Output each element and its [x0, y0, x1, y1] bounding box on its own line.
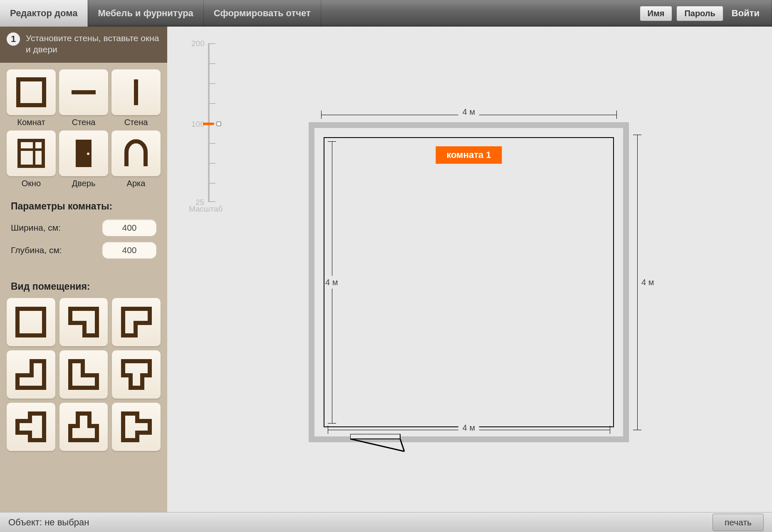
shape-t-left[interactable]	[7, 403, 55, 451]
shape-l-br[interactable]	[7, 350, 55, 399]
password-button[interactable]: Пароль	[676, 6, 723, 21]
tab-home-editor[interactable]: Редактор дома	[0, 0, 88, 27]
dimension-cap	[633, 430, 641, 430]
tool-label: Окно	[7, 179, 56, 188]
top-menu-bar: Редактор дома Мебель и фурнитура Сформир…	[0, 0, 772, 27]
step-header: 1 Установите стены, вставьте окна и двер…	[0, 27, 167, 63]
step-number-badge: 1	[7, 32, 20, 46]
zoom-handle[interactable]	[216, 121, 221, 126]
zoom-tick	[208, 163, 215, 164]
tab-furniture[interactable]: Мебель и фурнитура	[88, 0, 203, 27]
tool-wall-vertical[interactable]: Стена	[111, 69, 161, 127]
dimension-bottom: 4 м	[458, 423, 479, 433]
width-input[interactable]	[102, 219, 156, 236]
shape-t-icon	[13, 409, 48, 444]
shape-t-icon	[119, 409, 154, 444]
tool-arch[interactable]: Арка	[111, 131, 161, 188]
dimension-cap	[633, 135, 641, 135]
zoom-slider[interactable]: 200 100 25 Масштаб	[191, 38, 216, 221]
tool-label: Стена	[111, 118, 161, 127]
room-icon	[15, 76, 47, 108]
tool-label: Стена	[59, 118, 108, 127]
zoom-tick	[208, 43, 215, 44]
zoom-tick	[208, 183, 215, 184]
shape-t-down[interactable]	[59, 403, 108, 451]
zoom-tick	[208, 83, 215, 84]
floorplan[interactable]: комната 1 4 м 4 м 4 м 4 м	[309, 122, 629, 442]
sidebar: 1 Установите стены, вставьте окна и двер…	[0, 27, 167, 512]
dimension-cap	[328, 141, 336, 142]
shape-t-icon	[66, 409, 101, 444]
shape-t-up[interactable]	[112, 350, 161, 399]
shape-l-tr[interactable]	[59, 298, 108, 346]
dimension-line	[637, 135, 638, 430]
shape-t-icon	[119, 357, 154, 392]
dimension-right: 4 м	[641, 276, 654, 289]
width-label: Ширина, см:	[11, 223, 102, 233]
dimension-cap	[328, 423, 336, 424]
dimension-cap	[328, 426, 328, 434]
shape-l-icon	[66, 305, 101, 340]
body: 1 Установите стены, вставьте окна и двер…	[0, 27, 772, 512]
dimension-top: 4 м	[458, 107, 479, 117]
zoom-tick	[208, 103, 215, 104]
shapes-title: Вид помещения:	[4, 274, 163, 298]
tab-label: Мебель и фурнитура	[98, 8, 193, 19]
zoom-track	[208, 43, 210, 201]
params-title: Параметры комнаты:	[11, 201, 156, 212]
shape-square-icon	[13, 305, 48, 340]
tool-wall-horizontal[interactable]: Стена	[59, 69, 108, 127]
door-icon	[67, 137, 100, 170]
name-button[interactable]: Имя	[640, 6, 673, 21]
window-icon	[15, 137, 47, 170]
step-instructions: Установите стены, вставьте окна и двери	[26, 32, 161, 55]
door-swing-icon	[350, 434, 417, 455]
shape-l-bl[interactable]	[59, 350, 108, 399]
zoom-tick	[208, 201, 215, 202]
shape-square[interactable]	[7, 298, 55, 346]
svg-rect-8	[350, 434, 400, 439]
room-shape-panel: Вид помещения:	[4, 274, 163, 453]
zoom-caption: Масштаб	[189, 204, 223, 214]
tool-door[interactable]: Дверь	[59, 131, 108, 188]
svg-line-10	[400, 439, 404, 451]
depth-input[interactable]	[102, 242, 156, 259]
room-parameters-panel: Параметры комнаты: Ширина, см: Глубина, …	[4, 195, 163, 270]
tool-label: Комнат	[7, 118, 56, 127]
dimension-cap	[321, 111, 322, 119]
shape-l-icon	[13, 357, 48, 392]
shape-l-icon	[119, 305, 154, 340]
tool-label: Дверь	[59, 179, 108, 188]
status-text: Объект: не выбран	[8, 517, 89, 528]
svg-rect-3	[19, 140, 43, 166]
dimension-cap	[610, 426, 610, 434]
topbar-spacer	[321, 0, 640, 27]
zoom-tick	[208, 63, 215, 64]
room-inner-line	[324, 137, 614, 427]
zoom-tick	[208, 143, 215, 144]
svg-point-7	[87, 153, 89, 155]
status-bar: Объект: не выбран печать	[0, 512, 772, 532]
depth-label: Глубина, см:	[11, 245, 102, 255]
shape-t-right[interactable]	[112, 403, 161, 451]
tool-label: Арка	[111, 179, 161, 188]
tab-label: Сформировать отчет	[214, 8, 311, 19]
tool-window[interactable]: Окно	[7, 131, 56, 188]
zoom-thumb[interactable]	[203, 123, 214, 125]
wall-horizontal-icon	[67, 76, 100, 108]
shape-l-tl[interactable]	[112, 298, 161, 346]
door-on-plan[interactable]	[350, 434, 408, 451]
dimension-cap	[616, 111, 617, 119]
tab-report[interactable]: Сформировать отчет	[204, 0, 321, 27]
zoom-max-label: 200	[191, 39, 205, 48]
zoom-mid-label: 100	[191, 120, 205, 129]
svg-rect-0	[18, 79, 44, 105]
arch-icon	[120, 137, 152, 170]
tool-room[interactable]: Комнат	[7, 69, 56, 127]
login-link[interactable]: Войти	[727, 8, 764, 19]
shape-l-icon	[66, 357, 101, 392]
canvas-area[interactable]: 200 100 25 Масштаб комната 1 4 м 4 м	[167, 27, 772, 512]
svg-line-9	[350, 439, 404, 451]
print-button[interactable]: печать	[713, 514, 764, 531]
room-name-label[interactable]: комната 1	[435, 146, 502, 164]
